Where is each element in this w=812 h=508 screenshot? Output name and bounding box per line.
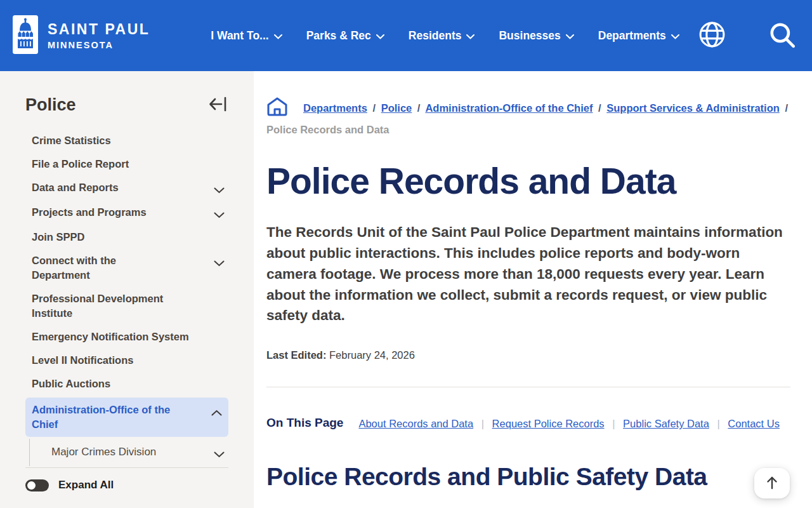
sidebar-item-connect-with-the-department[interactable]: Connect with the Department [25,249,228,287]
chevron-down-icon [566,29,574,43]
nav-label: I Want To... [211,29,268,43]
last-edited-date: February 24, 2026 [329,349,415,361]
breadcrumb-link-police[interactable]: Police [381,102,412,114]
primary-nav: I Want To... Parks & Rec Residents Busin… [211,29,679,43]
page-title: Police Records and Data [266,160,790,202]
sidebar-item-professional-development-institute[interactable]: Professional Development Institute [25,287,228,325]
on-this-page-link-request-police-records[interactable]: Request Police Records [492,418,605,429]
on-this-page-divider: | [481,418,484,429]
breadcrumb-separator: / [417,102,421,114]
breadcrumb-current: Police Records and Data [266,124,389,135]
collapse-arrow-icon [208,105,227,115]
on-this-page-link-contact-us[interactable]: Contact Us [728,418,780,429]
nav-businesses[interactable]: Businesses [499,29,573,43]
breadcrumb-link-departments[interactable]: Departments [303,102,367,114]
scroll-to-top-button[interactable] [754,468,790,498]
last-edited: Last Edited: February 24, 2026 [266,349,790,361]
breadcrumb-separator: / [785,102,788,114]
sidebar-item-emergency-notification-system[interactable]: Emergency Notification System [25,325,228,349]
section-title: Police Records and Public Safety Data [266,463,790,491]
sidebar-title: Police [25,95,76,115]
sidebar-item-join-sppd[interactable]: Join SPPD [25,225,228,249]
chevron-down-icon [214,449,225,460]
breadcrumb-separator: / [372,102,376,114]
chevron-down-icon [274,29,282,43]
search-button[interactable] [768,20,797,51]
sidebar-item-data-and-reports[interactable]: Data and Reports [25,176,228,201]
sidebar-item-public-auctions[interactable]: Public Auctions [25,372,228,396]
on-this-page: On This Page About Records and Data | Re… [266,414,790,434]
nav-label: Departments [598,29,666,43]
on-this-page-link-public-safety-data[interactable]: Public Safety Data [623,418,709,429]
home-icon[interactable] [266,97,288,121]
on-this-page-link-about-records-and-data[interactable]: About Records and Data [358,418,473,429]
last-edited-label: Last Edited: [266,349,326,361]
logo-text-city: SAINT PAUL [48,21,150,38]
chevron-down-icon [376,29,384,43]
nav-i-want-to[interactable]: I Want To... [211,29,282,43]
expand-all-toggle[interactable]: Expand All [25,468,228,502]
sidebar-item-major-crimes-division[interactable]: Major Crimes Division [29,439,228,466]
nav-label: Residents [409,29,462,43]
on-this-page-divider: | [717,418,719,429]
city-logo[interactable]: SAINT PAUL MINNESOTA [13,15,150,57]
toggle-switch[interactable] [25,479,49,491]
language-globe-button[interactable] [697,20,727,51]
main-content: Departments / Police / Administration-Of… [254,71,812,508]
expand-all-label: Expand All [58,479,114,491]
site-header: SAINT PAUL MINNESOTA I Want To... Parks … [0,0,812,71]
chevron-down-icon [214,210,225,221]
globe-icon [697,20,727,51]
breadcrumb: Departments / Police / Administration-Of… [266,97,790,138]
chevron-down-icon [466,29,475,43]
on-this-page-label: On This Page [266,414,343,430]
chevron-down-icon [214,185,225,196]
toggle-knob [27,481,36,490]
capitol-icon [13,15,38,57]
search-icon [768,20,797,51]
intro-paragraph: The Records Unit of the Saint Paul Polic… [266,222,790,326]
breadcrumb-separator: / [598,102,601,114]
arrow-up-icon [766,476,778,491]
sidebar-item-file-a-police-report[interactable]: File a Police Report [25,152,228,176]
sidebar-item-level-ii-notifications[interactable]: Level II Notifications [25,349,228,372]
on-this-page-divider: | [612,418,615,429]
nav-residents[interactable]: Residents [409,29,475,43]
chevron-down-icon [671,29,679,43]
sidebar-item-projects-and-programs[interactable]: Projects and Programs [25,201,228,225]
breadcrumb-link-support-services-administration[interactable]: Support Services & Administration [606,102,780,114]
content-divider [266,387,790,387]
chevron-up-icon [211,407,222,418]
breadcrumb-link-administration-office-of-the-chief[interactable]: Administration-Office of the Chief [425,102,593,114]
nav-departments[interactable]: Departments [598,29,679,43]
sidebar-collapse-button[interactable] [207,94,228,116]
sidebar: Police Crime Statistics File a Police Re… [0,71,254,508]
nav-label: Businesses [499,29,560,43]
sidebar-nav: Crime Statistics File a Police Report Da… [25,129,228,466]
sidebar-item-crime-statistics[interactable]: Crime Statistics [25,129,228,152]
nav-label: Parks & Rec [306,29,371,43]
sidebar-item-administration-office-of-the-chief[interactable]: Administration-Office of the Chief [25,398,228,437]
logo-text-state: MINNESOTA [48,40,150,50]
chevron-down-icon [214,258,225,269]
nav-parks-and-rec[interactable]: Parks & Rec [306,29,384,43]
